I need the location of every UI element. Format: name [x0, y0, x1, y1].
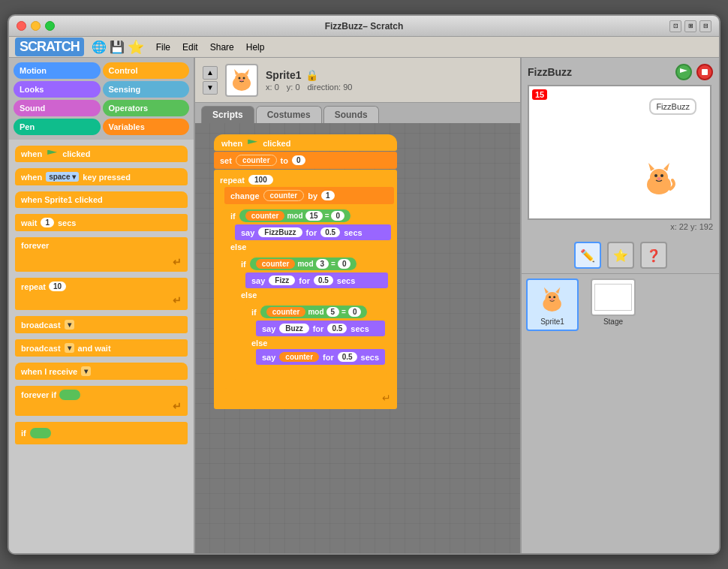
- sprite-list-cat: [534, 284, 570, 316]
- block-repeat[interactable]: repeat 10 ↵: [15, 278, 188, 310]
- block-change-counter[interactable]: change counter by 1: [224, 187, 394, 204]
- tabs: Scripts Costumes Sounds: [195, 103, 520, 123]
- block-forever-if[interactable]: forever if ↵: [15, 386, 188, 416]
- tab-costumes[interactable]: Costumes: [256, 106, 322, 123]
- sprite-y: y: 0: [287, 83, 300, 92]
- traffic-lights: [17, 21, 55, 31]
- block-if-mod3[interactable]: if counter mod 3 = 0 say Fizz for 0.5 se…: [235, 253, 391, 381]
- menubar: SCRATCH 🌐 💾 ⭐ File Edit Share Help: [9, 37, 719, 58]
- svg-point-6: [240, 79, 243, 81]
- stage-area: FizzBuzz 15 FizzBuzz: [522, 58, 719, 237]
- block-say-fizzbuzz[interactable]: say FizzBuzz for 0.5 secs: [235, 224, 391, 240]
- cat-pen[interactable]: Pen: [14, 119, 101, 135]
- sprite-tools: ✏️ ⭐ ❓: [522, 237, 719, 274]
- green-flag-button[interactable]: [675, 64, 692, 80]
- block-if-mod5[interactable]: if counter mod 5 = 0 say Buzz for 0.5 s: [245, 301, 388, 374]
- block-forever[interactable]: forever ↵: [15, 237, 188, 272]
- stage-thumb[interactable]: [591, 278, 636, 316]
- stage-cat-svg: [639, 159, 680, 200]
- stop-button[interactable]: [696, 64, 713, 80]
- cat-control[interactable]: Control: [103, 62, 190, 79]
- stage-title-text: FizzBuzz: [528, 66, 572, 78]
- sprite-coords: x: 0 y: 0 direction: 90: [266, 83, 352, 92]
- block-when-clicked[interactable]: when clicked: [15, 146, 188, 162]
- sprite-thumbnail: [225, 64, 258, 97]
- block-when-key[interactable]: when space ▾ key pressed: [15, 168, 188, 185]
- stage-cat-sprite: [639, 159, 680, 203]
- svg-marker-16: [544, 287, 549, 293]
- sprite1-label: Sprite1: [540, 318, 564, 326]
- main-window: FizzBuzz– Scratch ⊡ ⊞ ⊟ SCRATCH 🌐 💾 ⭐ Fi…: [8, 14, 720, 555]
- minimize-button[interactable]: [31, 21, 41, 31]
- tool-add-sprite[interactable]: ⭐: [607, 242, 634, 269]
- sprite-name: Sprite1: [266, 69, 301, 81]
- block-hat-clicked[interactable]: when clicked: [214, 134, 397, 151]
- titlebar-controls: ⊡ ⊞ ⊟: [669, 20, 711, 32]
- svg-marker-10: [663, 163, 669, 171]
- block-broadcast-wait[interactable]: broadcast ▾ and wait: [15, 339, 188, 357]
- scripts-area-container: ▲ ▼: [195, 58, 520, 553]
- else1-label: else: [224, 241, 394, 253]
- blocks-list: when clicked when space ▾ key pressed wh…: [9, 140, 194, 553]
- svg-point-13: [657, 177, 661, 180]
- script-stack: when clicked set counter to 0 repeat 100: [214, 134, 397, 410]
- window-btn-2[interactable]: ⊞: [684, 20, 696, 32]
- cat-motion[interactable]: Motion: [14, 62, 101, 79]
- close-button[interactable]: [17, 21, 26, 31]
- right-panel: FizzBuzz 15 FizzBuzz: [520, 58, 719, 553]
- menu-edit[interactable]: Edit: [176, 39, 204, 56]
- stage-view: 15 FizzBuzz: [528, 85, 711, 220]
- window-btn-1[interactable]: ⊡: [669, 20, 681, 32]
- tab-scripts[interactable]: Scripts: [201, 106, 254, 123]
- sprite-x: x: 0: [266, 83, 279, 92]
- block-broadcast[interactable]: broadcast ▾: [15, 316, 188, 333]
- else2-label: else: [235, 289, 391, 301]
- block-wait[interactable]: wait 1 secs: [15, 214, 188, 231]
- tool-scripts[interactable]: ✏️: [574, 242, 601, 269]
- block-say-buzz[interactable]: say Buzz for 0.5 secs: [256, 321, 385, 336]
- cat-sound[interactable]: Sound: [14, 100, 101, 116]
- block-if[interactable]: if: [15, 422, 188, 444]
- menu-share[interactable]: Share: [204, 39, 240, 56]
- svg-point-12: [660, 174, 663, 177]
- svg-point-15: [545, 291, 558, 304]
- globe-icon[interactable]: 🌐: [92, 40, 107, 54]
- tab-sounds[interactable]: Sounds: [323, 106, 379, 123]
- sprite-list-item-sprite1[interactable]: Sprite1: [526, 278, 579, 331]
- block-repeat-100[interactable]: repeat 100 change counter by 1 if: [214, 170, 397, 409]
- scratch-logo: SCRATCH: [15, 38, 84, 56]
- cat-variables[interactable]: Variables: [103, 119, 190, 135]
- cat-looks[interactable]: Looks: [14, 81, 101, 98]
- menu-help[interactable]: Help: [240, 39, 271, 56]
- star-icon[interactable]: ⭐: [128, 39, 144, 56]
- sprite-name-row: Sprite1 🔒: [266, 69, 352, 81]
- titlebar: FizzBuzz– Scratch ⊡ ⊞ ⊟: [9, 16, 719, 37]
- save-icon[interactable]: 💾: [110, 40, 125, 54]
- menu-file[interactable]: File: [150, 39, 176, 56]
- sprite-nav-up[interactable]: ▲: [203, 66, 218, 80]
- else3-label: else: [245, 337, 388, 349]
- cat-sensing[interactable]: Sensing: [103, 81, 190, 98]
- window-btn-3[interactable]: ⊟: [699, 20, 711, 32]
- stage-coords: x: 22 y: 192: [528, 222, 713, 231]
- block-when-sprite-clicked[interactable]: when Sprite1 clicked: [15, 191, 188, 208]
- stage-badge: 15: [532, 89, 547, 100]
- tool-help[interactable]: ❓: [640, 242, 667, 269]
- window-title: FizzBuzz– Scratch: [325, 21, 404, 32]
- block-set-counter[interactable]: set counter to 0: [214, 152, 397, 169]
- sprite-info-text: Sprite1 🔒 x: 0 y: 0 direction: 90: [266, 69, 352, 92]
- sprite-list-area: Sprite1 Stage: [522, 274, 719, 336]
- cat-operators[interactable]: Operators: [103, 100, 190, 116]
- sprite-info-bar: ▲ ▼: [195, 58, 520, 103]
- main-content: Motion Control Looks Sensing Sound Opera…: [9, 58, 719, 553]
- block-say-counter[interactable]: say counter for 0.5 secs: [256, 349, 385, 365]
- svg-point-19: [553, 296, 555, 298]
- block-say-fizz[interactable]: say Fizz for 0.5 secs: [245, 272, 388, 288]
- lock-icon: 🔒: [305, 69, 318, 81]
- script-canvas[interactable]: when clicked set counter to 0 repeat 100: [195, 123, 520, 553]
- maximize-button[interactable]: [45, 21, 55, 31]
- block-when-receive[interactable]: when I receive ▾: [15, 363, 188, 380]
- block-if-mod15[interactable]: if counter mod 15 = 0 say FizzBuzz for 0…: [224, 205, 394, 389]
- sprite-nav-down[interactable]: ▼: [203, 81, 218, 95]
- svg-marker-9: [648, 163, 654, 171]
